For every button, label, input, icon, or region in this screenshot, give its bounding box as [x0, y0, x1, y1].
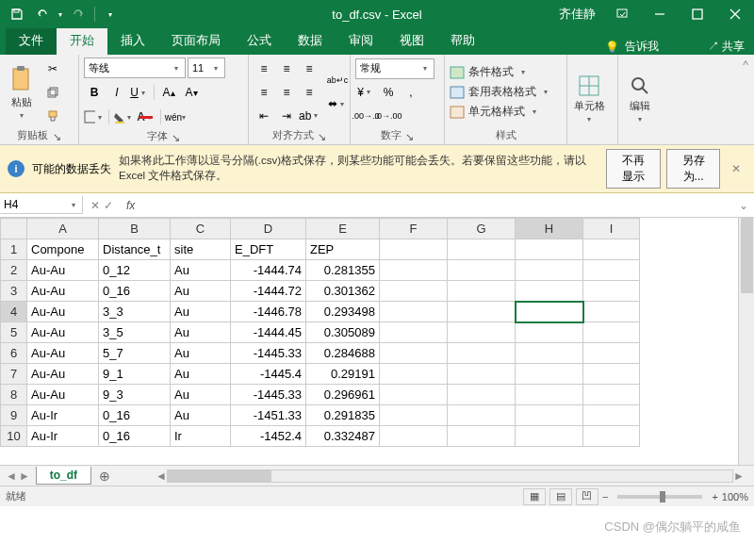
- cell[interactable]: 0.29191: [306, 364, 380, 385]
- name-box[interactable]: H4▾: [0, 196, 83, 214]
- cell[interactable]: [380, 239, 448, 260]
- align-center-icon[interactable]: ≡: [276, 82, 297, 103]
- message-close-icon[interactable]: ✕: [726, 162, 746, 175]
- column-header[interactable]: D: [231, 219, 306, 239]
- ribbon-options-icon[interactable]: [603, 0, 641, 28]
- cell[interactable]: [583, 426, 640, 447]
- sheet-tab[interactable]: to_df: [36, 467, 91, 485]
- cell[interactable]: site: [171, 239, 231, 260]
- comma-icon[interactable]: ,: [401, 82, 421, 103]
- align-top-icon[interactable]: ≡: [254, 58, 274, 79]
- cell[interactable]: Au-Au: [27, 385, 99, 405]
- font-color-icon[interactable]: A▾: [136, 107, 156, 127]
- cell[interactable]: [516, 426, 583, 447]
- cell[interactable]: Au: [171, 385, 231, 405]
- cell[interactable]: Au-Au: [27, 322, 99, 343]
- spreadsheet-grid[interactable]: ABCDEFGHI1ComponeDistance_tsiteE_DFTZEP2…: [0, 218, 754, 465]
- number-launcher-icon[interactable]: ↘: [405, 131, 415, 140]
- conditional-format-button[interactable]: 条件格式▾: [450, 63, 550, 81]
- maximize-button[interactable]: [679, 0, 716, 28]
- cell[interactable]: -1451.33: [231, 405, 306, 426]
- cell[interactable]: Au: [171, 405, 231, 426]
- cell-styles-button[interactable]: 单元格样式▾: [450, 103, 550, 121]
- column-header[interactable]: C: [171, 219, 231, 239]
- cell[interactable]: 0.305089: [306, 322, 380, 343]
- cell[interactable]: -1444.74: [231, 260, 306, 281]
- cell[interactable]: [448, 426, 516, 447]
- row-header[interactable]: 7: [1, 364, 27, 385]
- cell[interactable]: Au-Ir: [27, 426, 99, 447]
- cell[interactable]: [448, 405, 516, 426]
- cell[interactable]: [448, 385, 516, 405]
- italic-button[interactable]: I: [107, 82, 127, 103]
- cell[interactable]: [516, 302, 583, 322]
- page-break-view-icon[interactable]: 凹: [576, 488, 598, 505]
- horizontal-scrollbar[interactable]: ◄ ►: [118, 469, 754, 483]
- cell[interactable]: [448, 343, 516, 364]
- vertical-scrollbar[interactable]: [738, 218, 754, 465]
- page-layout-view-icon[interactable]: ▤: [549, 488, 572, 505]
- font-size-select[interactable]: 11▾: [188, 58, 225, 78]
- column-header[interactable]: B: [99, 219, 171, 239]
- save-icon[interactable]: [6, 3, 28, 25]
- cell[interactable]: -1446.78: [231, 302, 306, 322]
- cell[interactable]: [380, 281, 448, 302]
- column-header[interactable]: A: [27, 219, 99, 239]
- cell[interactable]: [448, 260, 516, 281]
- cell[interactable]: [448, 239, 516, 260]
- cell[interactable]: ZEP: [306, 239, 380, 260]
- format-painter-icon[interactable]: [42, 106, 63, 126]
- align-left-icon[interactable]: ≡: [254, 82, 274, 103]
- row-header[interactable]: 8: [1, 385, 27, 405]
- select-all-corner[interactable]: [1, 219, 27, 239]
- font-launcher-icon[interactable]: ↘: [172, 132, 181, 141]
- column-header[interactable]: F: [380, 219, 448, 239]
- expand-formula-icon[interactable]: ⌄: [733, 199, 754, 212]
- cell[interactable]: 0.281355: [306, 260, 380, 281]
- cell[interactable]: [380, 302, 448, 322]
- collapse-ribbon-icon[interactable]: ^: [737, 55, 754, 144]
- cells-button[interactable]: 单元格▾: [572, 74, 606, 124]
- wrap-text-icon[interactable]: ab↵c: [325, 70, 350, 91]
- cell[interactable]: [516, 405, 583, 426]
- copy-icon[interactable]: [42, 82, 63, 103]
- fill-color-icon[interactable]: ▾: [113, 107, 134, 127]
- row-header[interactable]: 5: [1, 322, 27, 343]
- table-format-button[interactable]: 套用表格格式▾: [450, 83, 550, 101]
- cell[interactable]: 0_16: [99, 426, 171, 447]
- tab-formulas[interactable]: 公式: [234, 26, 285, 55]
- phonetic-icon[interactable]: wén▾: [165, 107, 186, 127]
- column-header[interactable]: E: [306, 219, 380, 239]
- borders-icon[interactable]: ▾: [84, 107, 105, 127]
- cell[interactable]: [583, 343, 640, 364]
- cell[interactable]: Distance_t: [99, 239, 171, 260]
- cell[interactable]: [380, 385, 448, 405]
- cell[interactable]: Au-Au: [27, 343, 99, 364]
- cell[interactable]: [448, 281, 516, 302]
- row-header[interactable]: 10: [1, 426, 27, 447]
- row-header[interactable]: 9: [1, 405, 27, 426]
- cell[interactable]: [380, 260, 448, 281]
- column-header[interactable]: H: [516, 219, 583, 239]
- row-header[interactable]: 6: [1, 343, 27, 364]
- cell[interactable]: Ir: [171, 426, 231, 447]
- cell[interactable]: -1444.45: [231, 322, 306, 343]
- row-header[interactable]: 1: [1, 239, 27, 260]
- cell[interactable]: [448, 322, 516, 343]
- undo-icon[interactable]: [30, 3, 53, 25]
- paste-button[interactable]: 粘贴 ▾: [5, 65, 39, 120]
- cell[interactable]: [583, 385, 640, 405]
- fx-label[interactable]: fx: [121, 199, 140, 212]
- cell[interactable]: -1445.33: [231, 343, 306, 364]
- minimize-button[interactable]: [641, 0, 679, 28]
- sheet-nav-next-icon[interactable]: ►: [19, 469, 30, 483]
- cell[interactable]: [380, 322, 448, 343]
- cell[interactable]: [380, 426, 448, 447]
- align-right-icon[interactable]: ≡: [299, 82, 320, 103]
- normal-view-icon[interactable]: ▦: [523, 488, 546, 505]
- align-launcher-icon[interactable]: ↘: [318, 131, 327, 140]
- cell[interactable]: Au-Ir: [27, 405, 99, 426]
- percent-icon[interactable]: %: [378, 82, 399, 103]
- column-header[interactable]: G: [448, 219, 516, 239]
- cell[interactable]: [516, 239, 583, 260]
